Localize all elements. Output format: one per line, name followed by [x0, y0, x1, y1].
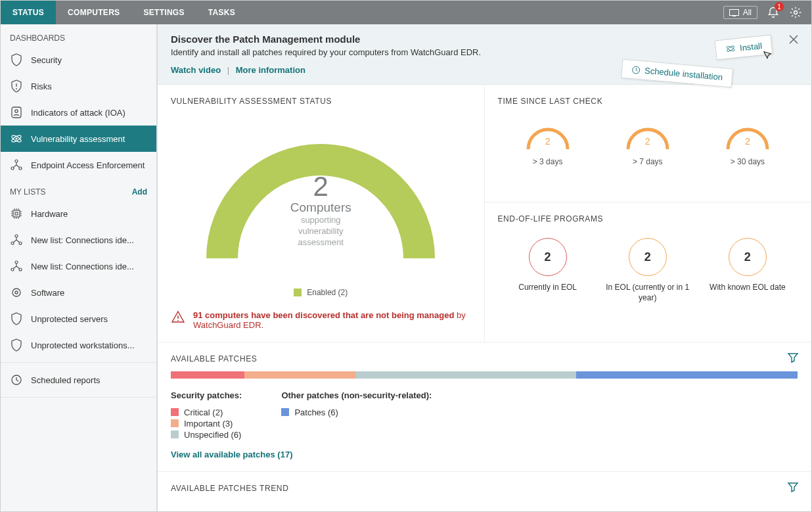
- svg-point-2: [794, 11, 798, 14]
- panel-title: AVAILABLE PATCHES: [171, 354, 798, 363]
- seg-critical: [171, 371, 244, 379]
- nav-tabs: STATUS COMPUTERS SETTINGS TASKS: [1, 1, 247, 24]
- svg-point-28: [177, 319, 179, 321]
- svg-point-4: [16, 88, 17, 89]
- add-list-button[interactable]: Add: [132, 187, 147, 197]
- eol-item[interactable]: 2Currently in EOL: [498, 238, 597, 303]
- sidebar-item-unprotected-workstations[interactable]: Unprotected workstations...: [1, 332, 156, 358]
- sidebar-item-ioa[interactable]: Indicators of attack (IOA): [1, 99, 156, 126]
- panel-title: END-OF-LIFE PROGRAMS: [498, 214, 798, 223]
- svg-point-22: [15, 291, 18, 294]
- gauge-value: 2: [290, 173, 351, 200]
- funnel-icon: [787, 481, 799, 493]
- sidebar-item-label: Vulnerability assessment: [31, 134, 125, 144]
- shield-icon: [10, 312, 23, 325]
- atom-icon: [10, 132, 23, 145]
- gauge-label: Computers: [290, 200, 351, 215]
- cursor-icon: [763, 49, 775, 61]
- svg-point-18: [15, 261, 18, 264]
- view-all-patches-link[interactable]: View all available patches (17): [171, 450, 292, 459]
- sidebar-item-risks[interactable]: Risks: [1, 73, 156, 99]
- sidebar-item-label: New list: Connections ide...: [31, 262, 134, 271]
- svg-rect-13: [13, 210, 20, 217]
- sidebar-item-connections1[interactable]: New list: Connections ide...: [1, 227, 156, 253]
- unmanaged-warning[interactable]: 91 computers have been discovered that a…: [171, 310, 471, 330]
- tab-status[interactable]: STATUS: [1, 1, 56, 24]
- banner-close-button[interactable]: [788, 34, 800, 45]
- sidebar-item-label: Security: [31, 55, 62, 65]
- tab-computers[interactable]: COMPUTERS: [56, 1, 131, 24]
- shield-icon: [10, 53, 23, 66]
- gear-icon: [789, 6, 802, 19]
- sidebar-item-label: Scheduled reports: [31, 375, 101, 385]
- promo-banner: Discover the Patch Management module Ide…: [158, 24, 811, 85]
- network-icon: [10, 233, 23, 246]
- security-patches-heading: Security patches:: [171, 390, 242, 400]
- time-item[interactable]: 2 > 7 days: [621, 119, 674, 166]
- legend-swatch: [294, 289, 302, 296]
- sidebar-item-unprotected-servers[interactable]: Unprotected servers: [1, 306, 156, 332]
- gauge-legend[interactable]: Enabled (2): [294, 288, 348, 297]
- svg-point-9: [15, 137, 17, 139]
- filter-button[interactable]: [787, 481, 799, 493]
- close-icon: [788, 34, 800, 45]
- scope-label: All: [743, 8, 752, 17]
- atom-icon: [725, 43, 736, 55]
- sidebar-item-label: Unprotected workstations...: [31, 340, 135, 350]
- time-item[interactable]: 2 > 3 days: [522, 119, 574, 166]
- eol-item[interactable]: 2With known EOL date: [698, 238, 798, 303]
- svg-point-21: [12, 289, 20, 296]
- patch-legend-item[interactable]: Patches (6): [281, 407, 432, 418]
- notification-badge: 1: [775, 2, 784, 11]
- eol-panel: END-OF-LIFE PROGRAMS 2Currently in EOL 2…: [485, 202, 812, 342]
- network-icon: [10, 158, 23, 172]
- tab-tasks[interactable]: TASKS: [196, 1, 247, 24]
- svg-rect-14: [15, 212, 18, 215]
- sidebar-item-label: New list: Connections ide...: [31, 235, 134, 245]
- more-info-link[interactable]: More information: [236, 65, 305, 75]
- sidebar-item-security[interactable]: Security: [1, 47, 156, 73]
- watch-video-link[interactable]: Watch video: [171, 65, 221, 75]
- banner-subtitle: Identify and install all patches require…: [171, 47, 798, 57]
- cpu-icon: [10, 207, 23, 220]
- eol-item[interactable]: 2In EOL (currently or in 1 year): [598, 238, 697, 303]
- warning-icon: [171, 310, 185, 323]
- patches-bar[interactable]: [171, 371, 798, 379]
- shield-icon: [10, 338, 23, 352]
- sidebar-item-label: Hardware: [31, 209, 68, 219]
- funnel-icon: [787, 352, 799, 363]
- top-nav: STATUS COMPUTERS SETTINGS TASKS All 1: [1, 1, 811, 24]
- patch-legend-item[interactable]: Critical (2): [171, 407, 242, 418]
- clock-icon: [631, 64, 641, 74]
- scope-selector[interactable]: All: [723, 6, 757, 19]
- sidebar-item-label: Endpoint Access Enforcement: [31, 160, 145, 170]
- notifications-button[interactable]: 1: [767, 6, 780, 19]
- sidebar-item-endpoint[interactable]: Endpoint Access Enforcement: [1, 152, 156, 178]
- sidebar-item-vulnerability[interactable]: Vulnerability assessment: [1, 126, 156, 152]
- patch-legend-item[interactable]: Unspecified (6): [171, 429, 242, 440]
- time-item[interactable]: 2 > 30 days: [721, 119, 774, 166]
- network-icon: [10, 260, 23, 273]
- sidebar-item-label: Risks: [31, 81, 52, 91]
- sidebar-section-dashboards: DASHBOARDS: [1, 24, 156, 47]
- patch-legend-item[interactable]: Important (3): [171, 418, 242, 429]
- other-patches-heading: Other patches (non-security-related):: [281, 390, 432, 400]
- seg-important: [244, 371, 355, 379]
- sidebar-item-connections2[interactable]: New list: Connections ide...: [1, 253, 156, 279]
- arc-icon: [621, 119, 674, 152]
- svg-point-10: [15, 160, 18, 162]
- sidebar: DASHBOARDS Security Risks Indicators of …: [1, 24, 158, 511]
- sidebar-item-scheduled-reports[interactable]: Scheduled reports: [1, 367, 156, 393]
- tab-settings[interactable]: SETTINGS: [131, 1, 196, 24]
- sidebar-item-label: Indicators of attack (IOA): [31, 108, 125, 118]
- sidebar-item-label: Software: [31, 288, 64, 298]
- panel-title: AVAILABLE PATCHES TREND: [171, 484, 798, 493]
- seg-other: [576, 371, 798, 379]
- filter-button[interactable]: [787, 352, 799, 363]
- sidebar-item-software[interactable]: Software: [1, 279, 156, 306]
- monitor-icon: [729, 9, 739, 16]
- sidebar-section-mylists: MY LISTS: [10, 187, 45, 197]
- sidebar-item-hardware[interactable]: Hardware: [1, 200, 156, 227]
- settings-button[interactable]: [789, 6, 802, 19]
- main-content: Discover the Patch Management module Ide…: [158, 24, 811, 511]
